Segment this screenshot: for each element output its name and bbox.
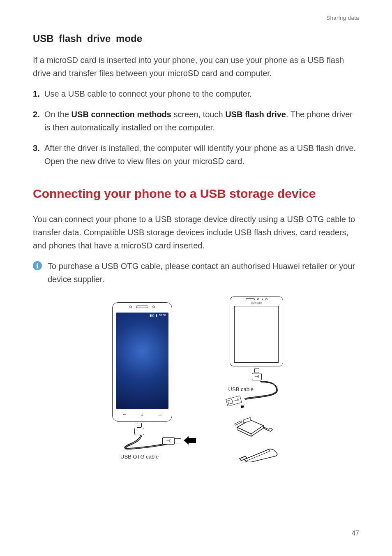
otg-usb-head-icon xyxy=(162,437,175,445)
recent-icon: ▭ xyxy=(157,412,161,417)
connecting-paragraph: You can connect your phone to a USB stor… xyxy=(33,213,359,252)
page-number: 47 xyxy=(352,530,359,537)
info-note: To purchase a USB OTG cable, please cont… xyxy=(33,259,359,286)
step-3: After the driver is installed, the compu… xyxy=(33,141,359,168)
intro-paragraph: If a microSD card is inserted into your … xyxy=(33,53,359,80)
info-icon xyxy=(33,261,42,270)
svg-rect-0 xyxy=(228,399,233,404)
usb-cable-label: USB cable xyxy=(228,386,254,392)
tablet-icon: HUAWEI xyxy=(230,297,283,366)
step-2: On the USB connection methods screen, to… xyxy=(33,108,359,134)
tablet-brand-label: HUAWEI xyxy=(230,302,283,304)
otg-cable-label: USB OTG cable xyxy=(120,454,159,460)
step-2-bold-2: USB flash drive xyxy=(225,110,286,119)
breadcrumb: Sharing data xyxy=(326,15,359,21)
step-2-mid: screen, touch xyxy=(171,110,225,119)
phone-screen: ▮▮▯ ▮ 08:08 xyxy=(116,313,168,409)
phone-top-icons xyxy=(113,306,172,308)
usb-a-head-icon xyxy=(226,395,242,406)
card-reader-icon xyxy=(233,416,274,440)
illustration-otg-connection: ▮▮▯ ▮ 08:08 ↩ ⌂ ▭ USB OTG cable H xyxy=(106,297,286,473)
usb-stick-icon xyxy=(236,445,281,462)
info-note-text: To purchase a USB OTG cable, please cont… xyxy=(48,259,359,286)
step-2-pre: On the xyxy=(44,110,71,119)
heading-usb-flash-drive-mode: USB flash drive mode xyxy=(33,33,359,44)
phone-icon: ▮▮▯ ▮ 08:08 ↩ ⌂ ▭ xyxy=(112,302,172,422)
phone-time: 08:08 xyxy=(159,314,166,317)
signal-icon: ▮▮▯ xyxy=(150,314,154,317)
arrow-left-icon xyxy=(184,436,196,445)
tablet-screen xyxy=(234,306,279,363)
steps-list: Use a USB cable to connect your phone to… xyxy=(33,87,359,168)
phone-nav-icons: ↩ ⌂ ▭ xyxy=(116,412,168,417)
heading-connecting-usb-storage: Connecting your phone to a USB storage d… xyxy=(33,182,359,206)
tablet-top-icons xyxy=(230,298,283,300)
battery-icon: ▮ xyxy=(156,314,157,317)
step-2-bold-1: USB connection methods xyxy=(71,110,171,119)
home-icon: ⌂ xyxy=(141,412,143,417)
step-1: Use a USB cable to connect your phone to… xyxy=(33,87,359,100)
back-icon: ↩ xyxy=(123,412,127,417)
otg-usb-tip-icon xyxy=(175,438,181,443)
arrow-down-left-icon xyxy=(241,403,247,408)
